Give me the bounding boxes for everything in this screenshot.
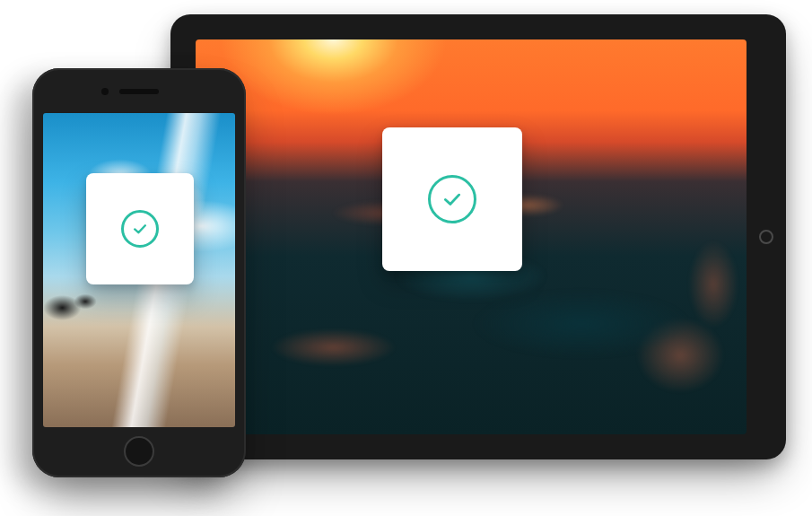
phone-front-camera: [101, 88, 109, 95]
tablet-home-button: [759, 230, 773, 244]
success-card-phone: [86, 173, 194, 284]
phone-speaker: [119, 89, 159, 94]
checkmark-circle-icon: [121, 210, 159, 248]
checkmark-circle-icon: [428, 175, 476, 223]
phone-home-button: [124, 436, 154, 467]
success-card-tablet: [382, 127, 522, 271]
